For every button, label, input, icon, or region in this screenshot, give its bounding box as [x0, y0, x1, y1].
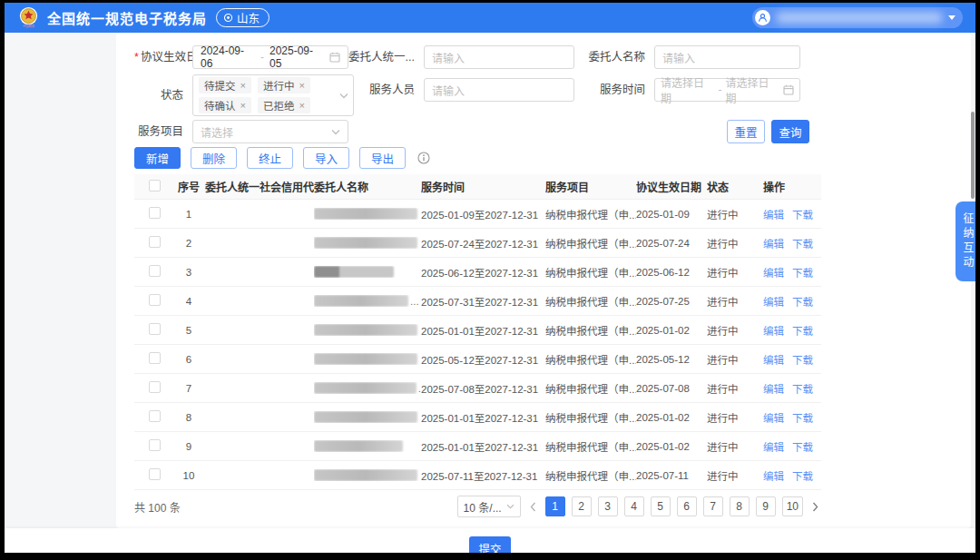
- edit-link[interactable]: 编辑: [763, 468, 784, 483]
- redacted-client-name: [314, 295, 408, 307]
- page-button[interactable]: 2: [572, 496, 592, 516]
- download-link[interactable]: 下载: [792, 294, 813, 309]
- status-multiselect[interactable]: 待提交×进行中×待确认×已拒绝×: [192, 74, 354, 116]
- row-checkbox[interactable]: [149, 236, 161, 248]
- row-checkbox[interactable]: [149, 323, 161, 335]
- select-all-checkbox[interactable]: [149, 180, 161, 192]
- service-project-label: 服务项目: [134, 120, 192, 143]
- redacted-client-name: [314, 440, 403, 452]
- interaction-side-tab[interactable]: 征纳互动: [956, 201, 975, 281]
- client-code-input[interactable]: 请输入: [424, 45, 574, 69]
- edit-link[interactable]: 编辑: [763, 207, 784, 221]
- edit-link[interactable]: 编辑: [763, 352, 784, 367]
- download-link[interactable]: 下载: [792, 207, 813, 221]
- effective-date-cell: 2025-01-02: [636, 412, 707, 423]
- service-time-cell: 2025-07-31至2027-12-31: [421, 294, 545, 309]
- pagination-bar: 共 100 条 10 条/... 12345678910: [134, 492, 821, 521]
- service-staff-input[interactable]: 请输入: [424, 78, 574, 102]
- status-cell: 进行中: [707, 468, 763, 483]
- service-project-select[interactable]: 请选择: [192, 120, 348, 143]
- next-page-button[interactable]: [809, 502, 821, 512]
- redacted-client-name: [314, 237, 417, 249]
- download-link[interactable]: 下载: [792, 410, 813, 425]
- import-button[interactable]: 导入: [303, 147, 349, 169]
- edit-link[interactable]: 编辑: [763, 381, 784, 396]
- row-checkbox[interactable]: [149, 439, 161, 451]
- row-checkbox[interactable]: [149, 352, 161, 364]
- page-button[interactable]: 6: [677, 496, 697, 516]
- project-cell: 纳税申报代理（申...: [545, 265, 636, 280]
- status-tag: 已拒绝×: [258, 97, 310, 113]
- agreement-date-end[interactable]: 2025-09-05: [270, 44, 324, 70]
- row-checkbox[interactable]: [149, 381, 161, 393]
- required-asterisk: *: [134, 51, 139, 64]
- page-button[interactable]: 1: [545, 496, 565, 516]
- tag-remove-icon[interactable]: ×: [240, 80, 246, 91]
- tax-bureau-logo: 中国税务: [17, 6, 40, 29]
- download-link[interactable]: 下载: [792, 236, 813, 251]
- client-name-cell: .: [314, 382, 421, 394]
- scrollbar-thumb[interactable]: [971, 112, 975, 199]
- row-checkbox[interactable]: [149, 410, 161, 422]
- page-button[interactable]: 10: [782, 496, 803, 516]
- download-link[interactable]: 下载: [792, 381, 813, 396]
- page-size-select[interactable]: 10 条/...: [457, 496, 521, 517]
- status-tag-label: 进行中: [263, 78, 295, 93]
- page-button[interactable]: 7: [703, 496, 723, 516]
- submit-button[interactable]: 提交: [469, 536, 511, 553]
- edit-link[interactable]: 编辑: [763, 323, 784, 338]
- effective-date-cell: 2025-06-12: [636, 267, 707, 278]
- tag-remove-icon[interactable]: ×: [240, 100, 246, 111]
- tag-remove-icon[interactable]: ×: [299, 80, 304, 91]
- page-button[interactable]: 5: [651, 496, 671, 516]
- top-header: 中国税务 全国统一规范电子税务局 山东: [5, 3, 975, 33]
- client-name-cell: [314, 237, 421, 249]
- chevron-left-icon: [530, 502, 536, 512]
- agreement-date-range-input[interactable]: 2024-09-06 - 2025-09-05: [192, 45, 348, 69]
- download-link[interactable]: 下载: [792, 352, 813, 367]
- table-row: 12025-01-09至2027-12-31纳税申报代理（申...2025-01…: [134, 200, 821, 229]
- status-tag-label: 待确认: [204, 98, 236, 113]
- service-time-filter: 服务时间 请选择日期 - 请选择日期: [574, 78, 800, 102]
- row-checkbox[interactable]: [149, 207, 161, 219]
- download-link[interactable]: 下载: [792, 323, 813, 338]
- row-checkbox-cell: [134, 410, 172, 424]
- edit-link[interactable]: 编辑: [763, 439, 784, 454]
- col-service-time: 服务时间: [421, 179, 545, 194]
- service-time-label: 服务时间: [574, 78, 654, 102]
- status-label: 状态: [134, 74, 192, 116]
- actions-cell: 编辑下载: [763, 410, 821, 425]
- edit-link[interactable]: 编辑: [763, 265, 784, 280]
- client-name-input[interactable]: 请输入: [654, 45, 800, 69]
- edit-link[interactable]: 编辑: [763, 294, 784, 309]
- page-button[interactable]: 3: [598, 496, 618, 516]
- edit-link[interactable]: 编辑: [763, 236, 784, 251]
- terminate-button[interactable]: 终止: [247, 147, 293, 169]
- page-button[interactable]: 8: [730, 496, 750, 516]
- delete-button[interactable]: 删除: [191, 147, 237, 169]
- actions-cell: 编辑下载: [763, 294, 821, 309]
- add-button[interactable]: 新增: [134, 147, 181, 169]
- user-account-menu[interactable]: [752, 7, 963, 28]
- row-checkbox[interactable]: [149, 294, 161, 306]
- edit-link[interactable]: 编辑: [763, 410, 784, 425]
- download-link[interactable]: 下载: [792, 265, 813, 280]
- prev-page-button[interactable]: [527, 502, 539, 512]
- download-link[interactable]: 下载: [792, 468, 813, 483]
- page-button[interactable]: 9: [756, 496, 776, 516]
- info-icon[interactable]: [417, 152, 430, 164]
- actions-cell: 编辑下载: [763, 468, 821, 483]
- effective-date-cell: 2025-01-09: [636, 209, 707, 220]
- search-button[interactable]: 查询: [771, 120, 809, 143]
- agreement-date-start[interactable]: 2024-09-06: [201, 44, 255, 70]
- region-selector[interactable]: 山东: [216, 8, 270, 27]
- tag-remove-icon[interactable]: ×: [299, 100, 304, 111]
- content-card: *协议生效日... 2024-09-06 - 2025-09-05 委托人统一.…: [116, 33, 971, 528]
- reset-button[interactable]: 重置: [727, 120, 765, 143]
- row-checkbox[interactable]: [149, 265, 161, 277]
- download-link[interactable]: 下载: [792, 439, 813, 454]
- export-button[interactable]: 导出: [359, 147, 406, 169]
- row-checkbox[interactable]: [149, 468, 161, 480]
- page-button[interactable]: 4: [624, 496, 644, 516]
- service-time-range-input[interactable]: 请选择日期 - 请选择日期: [654, 78, 800, 102]
